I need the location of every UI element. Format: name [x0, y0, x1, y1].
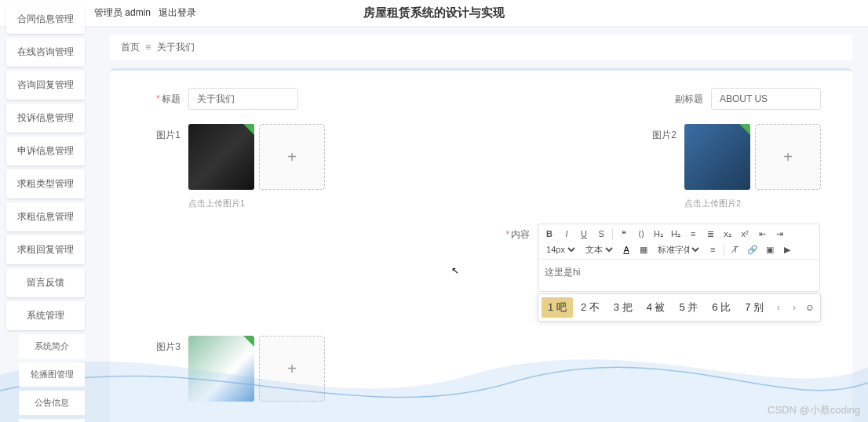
- selected-corner-icon: [243, 124, 254, 135]
- sidebar-item-system[interactable]: 系统管理: [6, 301, 85, 330]
- img2-hint: 点击上传图片2: [684, 198, 821, 209]
- image-icon[interactable]: ▣: [764, 243, 776, 256]
- ime-emoji-icon[interactable]: ☺: [803, 302, 817, 313]
- link-icon[interactable]: 🔗: [746, 243, 759, 256]
- sidebar-sub-about[interactable]: 关于我们: [19, 419, 85, 422]
- ime-candidate[interactable]: 5 并: [673, 297, 704, 318]
- sidebar: 合同信息管理 在线咨询管理 咨询回复管理 投诉信息管理 申诉信息管理 求租类型管…: [0, 0, 85, 422]
- ime-candidate[interactable]: 6 比: [706, 297, 737, 318]
- breadcrumb-sep-icon: ≡: [145, 42, 151, 53]
- field-img1: 图片1 + 点击上传图片1: [141, 124, 325, 209]
- ime-candidate[interactable]: 4 被: [640, 297, 672, 318]
- img3-label: 图片3: [141, 336, 181, 354]
- ime-candidate[interactable]: 3 把: [607, 297, 639, 318]
- indent-icon[interactable]: ⇥: [773, 227, 786, 240]
- h2-icon[interactable]: H₂: [669, 227, 682, 240]
- img1-hint: 点击上传图片1: [188, 198, 325, 209]
- text-color-icon[interactable]: A: [620, 243, 633, 256]
- plus-icon: +: [287, 148, 297, 166]
- field-img2: 图片2 + 点击上传图片2: [637, 124, 821, 209]
- bg-color-icon[interactable]: ▦: [637, 243, 650, 256]
- sidebar-item-rent-reply[interactable]: 求租回复管理: [6, 235, 85, 264]
- font-size-select[interactable]: 14px: [543, 244, 578, 255]
- align-icon[interactable]: ≡: [706, 243, 719, 256]
- plus-icon: +: [783, 148, 793, 166]
- img2-upload-button[interactable]: +: [755, 124, 821, 190]
- sidebar-sub-carousel[interactable]: 轮播图管理: [19, 362, 85, 387]
- plus-icon: +: [287, 360, 297, 378]
- ime-next-icon[interactable]: ›: [787, 302, 801, 313]
- header-user-area: 管理员 admin 退出登录: [94, 6, 196, 20]
- title-label: 标题: [162, 93, 181, 104]
- sidebar-item-consult[interactable]: 在线咨询管理: [6, 38, 85, 67]
- selected-corner-icon: [739, 124, 750, 135]
- sidebar-sub-notice[interactable]: 公告信息: [19, 391, 85, 415]
- form-card: *标题 副标题 图片1 + 点击上传图片1: [110, 68, 852, 422]
- subtitle-input[interactable]: [711, 88, 821, 110]
- underline-icon[interactable]: U: [578, 227, 590, 240]
- sidebar-item-contract[interactable]: 合同信息管理: [6, 5, 85, 34]
- ime-candidate[interactable]: 2 不: [574, 297, 606, 318]
- field-title: *标题: [141, 88, 298, 110]
- field-subtitle: 副标题: [664, 88, 821, 110]
- img2-label: 图片2: [637, 124, 677, 142]
- required-marker: *: [505, 229, 509, 240]
- img1-upload-button[interactable]: +: [259, 124, 325, 190]
- strike-icon[interactable]: S: [595, 227, 607, 240]
- list-ol-icon[interactable]: ≡: [687, 227, 699, 240]
- content-label: 内容: [511, 229, 530, 240]
- ime-candidate-bar[interactable]: 1 吧 2 不 3 把 4 被 5 并 6 比 7 别 ‹ › ☺: [538, 293, 821, 322]
- sidebar-sub-intro[interactable]: 系统简介: [19, 334, 85, 358]
- font-family-select[interactable]: 标准字体: [655, 244, 702, 255]
- h1-icon[interactable]: H₁: [652, 227, 665, 240]
- main: 首页 ≡ 关于我们 *标题 副标题 图片1 +: [94, 27, 868, 422]
- quote-icon[interactable]: ❝: [618, 227, 630, 240]
- img1-thumbnail[interactable]: [188, 124, 254, 190]
- img3-upload-button[interactable]: +: [259, 336, 325, 402]
- superscript-icon[interactable]: x²: [739, 227, 751, 240]
- sidebar-item-feedback[interactable]: 留言反馈: [6, 268, 85, 297]
- breadcrumb: 首页 ≡ 关于我们: [110, 35, 852, 60]
- required-marker: *: [156, 93, 160, 104]
- subtitle-label: 副标题: [675, 93, 703, 104]
- ime-prev-icon[interactable]: ‹: [771, 302, 786, 313]
- selected-corner-icon: [243, 336, 254, 347]
- title-input[interactable]: [188, 88, 298, 110]
- video-icon[interactable]: ▶: [781, 243, 793, 256]
- editor-body[interactable]: 这里是hi: [538, 260, 819, 291]
- ime-candidate[interactable]: 1 吧: [542, 297, 573, 318]
- img1-label: 图片1: [141, 124, 181, 142]
- list-ul-icon[interactable]: ≣: [704, 227, 717, 240]
- header: 房屋租赁系统的设计与实现 管理员 admin 退出登录: [0, 0, 868, 27]
- outdent-icon[interactable]: ⇤: [756, 227, 768, 240]
- breadcrumb-current: 关于我们: [157, 42, 195, 53]
- logout-link[interactable]: 退出登录: [159, 6, 196, 20]
- code-icon[interactable]: ⟨⟩: [635, 227, 647, 240]
- editor-toolbar: B I U S ❝ ⟨⟩ H₁ H₂ ≡ ≣ x₂ x²: [538, 224, 819, 260]
- img3-thumbnail[interactable]: [188, 336, 254, 402]
- page-title: 房屋租赁系统的设计与实现: [363, 5, 505, 20]
- field-img3: 图片3 +: [141, 336, 325, 402]
- ime-candidate[interactable]: 7 别: [739, 297, 770, 318]
- subscript-icon[interactable]: x₂: [721, 227, 734, 240]
- rich-text-editor[interactable]: B I U S ❝ ⟨⟩ H₁ H₂ ≡ ≣ x₂ x²: [538, 224, 820, 292]
- sidebar-item-complaint[interactable]: 投诉信息管理: [6, 104, 85, 133]
- sidebar-item-rent-type[interactable]: 求租类型管理: [6, 169, 85, 198]
- user-label[interactable]: 管理员 admin: [94, 6, 151, 20]
- bold-icon[interactable]: B: [543, 227, 556, 240]
- sidebar-item-rent-info[interactable]: 求租信息管理: [6, 202, 85, 231]
- text-type-select[interactable]: 文本: [582, 244, 615, 255]
- breadcrumb-root[interactable]: 首页: [121, 42, 140, 53]
- clear-format-icon[interactable]: T̸: [729, 243, 742, 256]
- img2-thumbnail[interactable]: [684, 124, 750, 190]
- italic-icon[interactable]: I: [560, 227, 573, 240]
- field-content: *内容 B I U S ❝ ⟨⟩ H₁ H₂ ≡: [491, 224, 821, 322]
- sidebar-item-appeal[interactable]: 申诉信息管理: [6, 136, 85, 166]
- sidebar-item-consult-reply[interactable]: 咨询回复管理: [6, 71, 85, 100]
